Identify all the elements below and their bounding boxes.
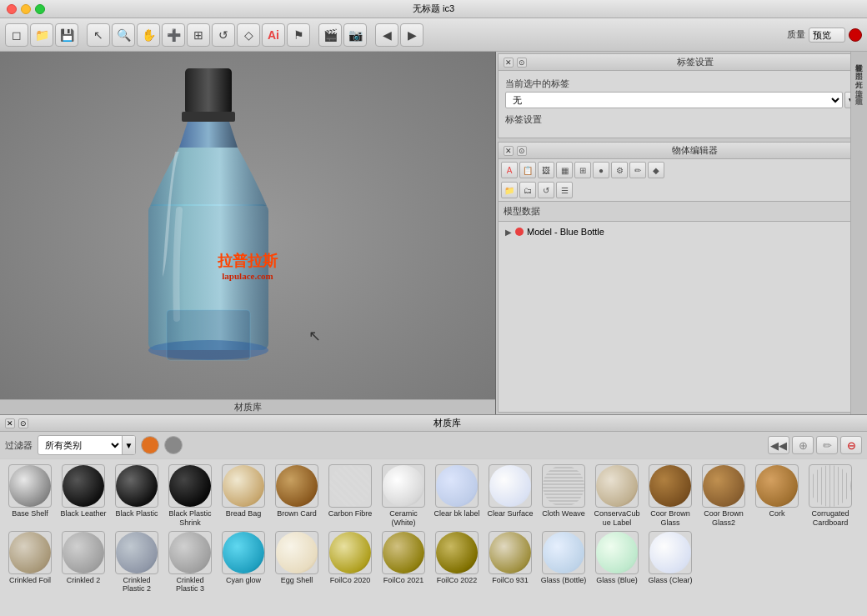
material-item[interactable]: Cork [752,464,802,528]
tag-panel-float[interactable]: ⊙ [517,58,527,68]
toolbar-btn-ai[interactable]: Ai [262,23,285,47]
material-item[interactable]: Coor Brown Glass [645,464,695,528]
material-sphere [63,532,104,573]
tag-current-row: 当前选中的标签 无 ▼ [505,78,858,108]
material-item[interactable]: Clear Surface [485,464,535,528]
material-item[interactable]: Glass (Blue) [592,531,642,594]
material-item[interactable]: FoilCo 931 [485,531,535,594]
toolbar-btn-forward[interactable]: ▶ [400,23,423,47]
sidebar-icon-render[interactable]: 渲染 [852,80,866,87]
material-sphere [329,465,371,507]
toolbar-btn-save[interactable]: 💾 [55,23,78,47]
obj-btn-3[interactable]: 🖼 [538,162,554,178]
filter-select[interactable]: 所有类别 [38,438,122,453]
toolbar-btn-camera[interactable]: 📷 [343,23,367,47]
material-item[interactable]: Brown Card [272,464,322,528]
toolbar-btn-zoom[interactable]: 🔍 [112,23,135,47]
material-item[interactable]: Base Shelf [5,464,55,528]
toolbar-btn-select[interactable]: ↖ [87,23,110,47]
toolbar-btn-flag[interactable]: ⚑ [287,23,310,47]
toolbar-btn-transform[interactable]: ⊞ [187,23,210,47]
obj-btn-12[interactable]: ↺ [538,182,554,198]
material-item[interactable]: Crinkled 2 [58,531,108,594]
material-label: FoilCo 2021 [378,576,428,585]
main-area: 拉普拉斯 lapulace.com ↖ 材质库 ✕ ⊙ 标签设置 当前选中的标签 [0,52,867,414]
material-item[interactable]: Black Plastic [112,464,162,528]
minimize-button[interactable] [21,4,31,14]
material-item[interactable]: Black Leather [58,464,108,528]
toolbar-btn-render[interactable]: 🎬 [318,23,342,47]
obj-btn-11[interactable]: 🗂 [519,182,536,198]
material-label: Crinkled Plastic 2 [112,576,162,594]
mat-action-add[interactable]: ⊕ [792,436,814,454]
sidebar-icon-lights[interactable]: 灯光 [852,72,866,78]
obj-btn-7[interactable]: ⚙ [611,162,628,178]
mat-action-remove[interactable]: ⊖ [840,436,862,454]
obj-btn-4[interactable]: ▦ [556,162,573,178]
material-item[interactable]: Egg Shell [272,531,322,594]
obj-btn-13[interactable]: ☰ [556,182,573,198]
material-item[interactable]: Crinkled Plastic 3 [165,531,215,594]
tag-current-select[interactable]: 无 [505,92,843,108]
obj-btn-5[interactable]: ⊞ [574,162,591,178]
obj-editor-float[interactable]: ⊙ [517,146,527,156]
model-arrow-icon: ▶ [505,228,512,237]
material-item[interactable]: Cloth Weave [539,464,589,528]
material-item[interactable]: Glass (Clear) [645,531,695,594]
mat-action-prev[interactable]: ◀◀ [768,436,789,454]
toolbar-btn-rotate[interactable]: ↺ [212,23,235,47]
toolbar-btn-hand[interactable]: ✋ [137,23,160,47]
toolbar-btn-shape[interactable]: ◇ [237,23,260,47]
sidebar-icon-tags[interactable]: 标签设置 [852,55,866,62]
material-sphere [489,465,531,507]
model-tree-item[interactable]: ▶ Model - Blue Bottle [502,225,861,238]
sidebar-icon-arch[interactable]: 建筑画面 [852,88,866,95]
material-sphere [116,465,158,507]
mat-action-edit[interactable]: ✏ [816,436,838,454]
obj-editor-close[interactable]: ✕ [504,146,514,156]
material-item[interactable]: Coor Brown Glass2 [699,464,749,528]
material-item[interactable]: Ceramic (White) [378,464,428,528]
filter-arrow-icon[interactable]: ▼ [122,436,135,454]
obj-btn-9[interactable]: ◆ [648,162,664,178]
material-item[interactable]: Bread Bag [218,464,268,528]
filter-grey-btn[interactable] [164,436,183,454]
toolbar-btn-open[interactable]: 📁 [30,23,53,47]
toolbar-btn-back[interactable]: ◀ [375,23,398,47]
tag-panel-close[interactable]: ✕ [504,58,514,68]
toolbar-btn-add[interactable]: ➕ [162,23,185,47]
obj-btn-8[interactable]: ✏ [629,162,646,178]
maximize-button[interactable] [35,4,45,14]
material-item[interactable]: FoilCo 2021 [378,531,428,594]
material-item[interactable]: Crinkled Plastic 2 [112,531,162,594]
obj-btn-1[interactable]: A [501,162,518,178]
material-sphere [383,465,424,507]
obj-btn-10[interactable]: 📁 [501,182,518,198]
material-item[interactable]: ConservaCubue Label [592,464,642,528]
filter-orange-btn[interactable] [141,436,159,454]
close-button[interactable] [7,4,17,14]
toolbar-btn-new[interactable]: ◻ [5,23,28,47]
record-button[interactable] [849,28,862,42]
material-item[interactable]: Cyan glow [218,531,268,594]
material-item[interactable]: Carbon Fibre [325,464,375,528]
material-item[interactable]: Clear bk label [432,464,482,528]
material-item[interactable]: FoilCo 2022 [432,531,482,594]
materials-close[interactable]: ✕ [5,418,15,428]
window-title: 无标题 ic3 [413,3,454,15]
quality-select[interactable]: 预览 [809,28,845,43]
obj-btn-6[interactable]: ● [593,162,609,178]
tag-settings-row: 标签设置 [505,113,858,126]
material-item[interactable]: Glass (Bottle) [539,531,589,594]
material-item[interactable]: Crinkled Foil [5,531,55,594]
toolbar-group-view: 🎬 📷 [318,23,367,47]
sidebar-icon-layers[interactable]: 图层 [852,63,866,70]
traffic-lights [7,4,45,14]
obj-btn-2[interactable]: 📋 [519,162,536,178]
material-item[interactable]: Black Plastic Shrink [165,464,215,528]
material-item[interactable]: Corrugated Cardboard [805,464,855,528]
material-item[interactable]: FoilCo 2020 [325,531,375,594]
viewport[interactable]: 拉普拉斯 lapulace.com ↖ 材质库 [0,52,496,414]
material-label: Carbon Fibre [325,509,375,518]
materials-float[interactable]: ⊙ [18,418,28,428]
